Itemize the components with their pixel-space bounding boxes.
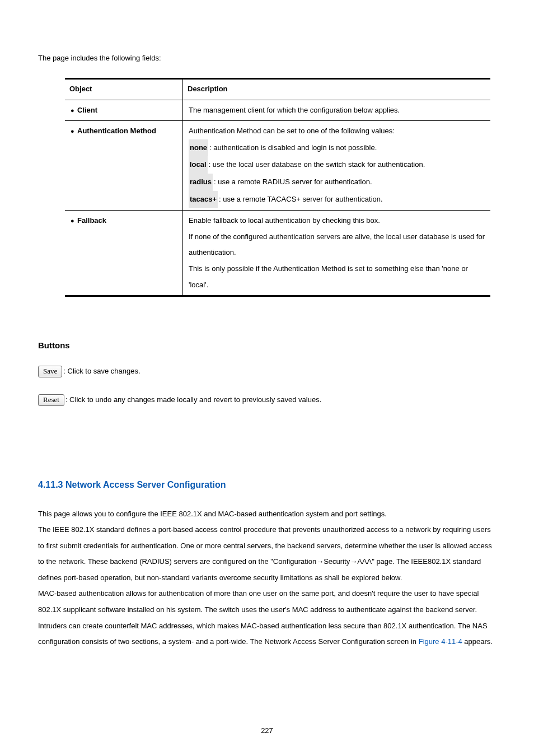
option-prefix: none <box>189 139 208 157</box>
header-description: Description <box>183 78 491 100</box>
row-desc-line: tacacs+: use a remote TACACS+ server for… <box>189 191 485 208</box>
header-object: Object <box>65 78 183 100</box>
row-label: Fallback <box>77 213 106 229</box>
row-desc-line: This is only possible if the Authenticat… <box>189 261 485 293</box>
option-text: : use the local user database on the swi… <box>209 160 425 169</box>
reset-button-row: Reset: Click to undo any changes made lo… <box>38 392 496 408</box>
bullet-icon: ● <box>71 125 77 134</box>
row-desc-line: The management client for which the conf… <box>189 102 485 119</box>
option-prefix: local <box>189 156 208 174</box>
row-desc-line: If none of the configured authentication… <box>189 229 485 261</box>
bullet-icon: ● <box>71 214 77 224</box>
bullet-icon: ● <box>71 104 77 114</box>
table-row: ● Client The management client for which… <box>65 100 490 121</box>
section-heading: 4.11.3 Network Access Server Configurati… <box>38 475 496 494</box>
option-text: : authentication is disabled and login i… <box>209 143 377 152</box>
row-desc-line: Enable fallback to local authentication … <box>189 213 485 229</box>
row-desc-line: local: use the local user database on th… <box>189 156 485 174</box>
figure-link[interactable]: Figure 4-11-4 <box>419 637 462 646</box>
table-row: ● Fallback Enable fallback to local auth… <box>65 211 490 296</box>
reset-desc: : Click to undo any changes made locally… <box>65 395 321 404</box>
row-desc-line: none: authentication is disabled and log… <box>189 139 485 157</box>
save-button[interactable]: Save <box>38 366 62 377</box>
page-number: 227 <box>0 723 534 739</box>
option-prefix: radius <box>189 174 213 191</box>
row-label: Authentication Method <box>77 123 156 139</box>
body-paragraph: This page allows you to configure the IE… <box>38 506 496 522</box>
body-text: appears. <box>462 637 493 646</box>
intro-text: The page includes the following fields: <box>38 50 496 67</box>
body-paragraph: The IEEE 802.1X standard defines a port-… <box>38 522 496 586</box>
option-text: : use a remote RADIUS server for authent… <box>214 178 372 186</box>
row-label: Client <box>77 102 97 119</box>
row-desc-line: Authentication Method can be set to one … <box>189 123 485 139</box>
save-desc: : Click to save changes. <box>63 367 140 375</box>
option-text: : use a remote TACACS+ server for authen… <box>219 195 383 203</box>
fields-table: Object Description ● Client The manageme… <box>65 78 490 297</box>
row-desc-line: radius: use a remote RADIUS server for a… <box>189 174 485 191</box>
body-paragraph: MAC-based authentication allows for auth… <box>38 586 496 650</box>
buttons-heading: Buttons <box>38 336 496 354</box>
save-button-row: Save: Click to save changes. <box>38 363 496 380</box>
option-prefix: tacacs+ <box>189 191 218 208</box>
reset-button[interactable]: Reset <box>38 394 64 406</box>
table-row: ● Authentication Method Authentication M… <box>65 121 490 211</box>
